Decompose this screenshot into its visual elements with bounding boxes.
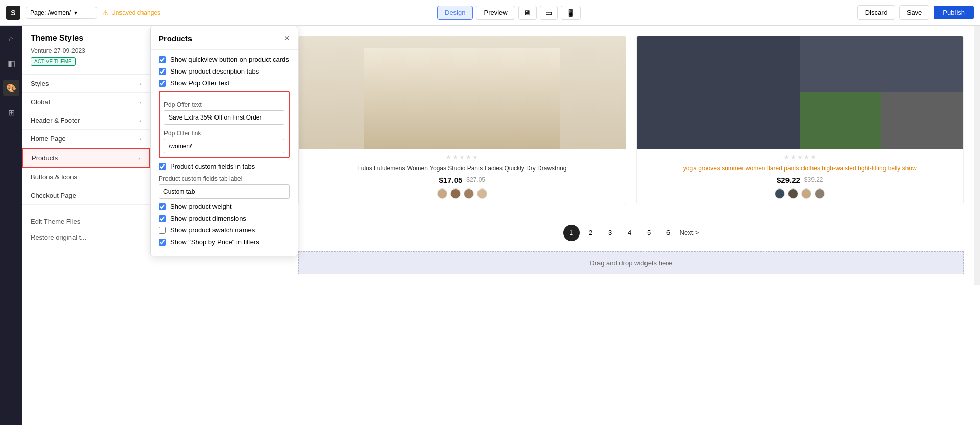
- swatch[interactable]: [437, 188, 447, 199]
- checkbox-dimensions-input[interactable]: [159, 215, 166, 222]
- page-4[interactable]: 4: [622, 225, 638, 241]
- sidebar-item-label: Buttons & Icons: [31, 173, 77, 181]
- swatch[interactable]: [815, 188, 825, 199]
- product-title-1: Lulus Lululemens Women Yogas Studio Pant…: [304, 164, 620, 173]
- checkbox-shop-by-price-input[interactable]: [159, 239, 166, 246]
- pdp-link-label: Pdp Offer link: [164, 130, 284, 137]
- sidebar-item-label: Home Page: [31, 135, 66, 143]
- popup-title: Products: [159, 34, 192, 43]
- warning-icon: ⚠: [102, 9, 109, 17]
- nav-divider: [22, 209, 150, 209]
- product-stars-2: ★ ★ ★ ★ ★: [642, 154, 959, 161]
- sidebar-item-styles[interactable]: Styles ›: [22, 75, 150, 93]
- icon-sidebar: ⌂ ◧ 🎨 ⊞: [0, 26, 22, 425]
- drag-drop-bar[interactable]: Drag and drop widgets here: [298, 251, 964, 274]
- product-sub-img-1: [800, 36, 963, 92]
- checkbox-weight-input[interactable]: [159, 203, 166, 210]
- page-selector-chevron: ▾: [74, 9, 77, 16]
- checkbox-desc-tabs-input[interactable]: [159, 68, 166, 75]
- page-5[interactable]: 5: [641, 225, 657, 241]
- page-selector[interactable]: Page: /women/ ▾: [26, 7, 97, 19]
- page-6[interactable]: 6: [660, 225, 677, 241]
- checkbox-pdp-offer-input[interactable]: [159, 80, 166, 87]
- checkbox-pdp-offer: Show Pdp Offer text: [159, 79, 290, 87]
- theme-name: Venture-27-09-2023: [31, 47, 141, 54]
- theme-header: Theme Styles Venture-27-09-2023 ACTIVE T…: [22, 26, 150, 75]
- products-grid: ★ ★ ★ ★ ★ Lulus Lululemens Women Yogas S…: [288, 26, 974, 215]
- products-right-inner: ★ ★ ★ ★ ★ Lulus Lululemens Women Yogas S…: [288, 26, 980, 285]
- swatch[interactable]: [775, 188, 785, 199]
- swatch[interactable]: [464, 188, 474, 199]
- topbar-actions: Discard Save Publish: [857, 5, 974, 20]
- custom-tab-input[interactable]: [159, 184, 290, 199]
- product-image-1: [299, 36, 626, 149]
- next-page-button[interactable]: Next >: [680, 229, 699, 237]
- paint-icon-btn[interactable]: 🎨: [3, 80, 19, 96]
- unsaved-changes: ⚠ Unsaved changes: [102, 9, 160, 17]
- checkbox-quickview-label: Show quickview button on product cards: [170, 56, 289, 63]
- popup-close-button[interactable]: ×: [284, 33, 290, 44]
- checkbox-swatch-names-input[interactable]: [159, 227, 166, 234]
- design-tab[interactable]: Design: [437, 6, 473, 20]
- sidebar-item-header-footer[interactable]: Header & Footer ›: [22, 111, 150, 130]
- product-sub-img-2: [800, 92, 963, 149]
- app-logo: S: [6, 6, 20, 20]
- restore-original-link[interactable]: Restore original t...: [22, 229, 150, 245]
- theme-sidebar: Theme Styles Venture-27-09-2023 ACTIVE T…: [22, 26, 150, 425]
- desktop-view-btn[interactable]: 🖥: [518, 6, 537, 20]
- checkbox-quickview-input[interactable]: [159, 56, 166, 63]
- price-original-2: $39.22: [804, 176, 823, 183]
- swatch[interactable]: [477, 188, 487, 199]
- swatch[interactable]: [801, 188, 811, 199]
- products-right-area: ★ ★ ★ ★ ★ Lulus Lululemens Women Yogas S…: [288, 26, 980, 285]
- main-area: ⌂ ◧ 🎨 ⊞ Theme Styles Venture-27-09-2023 …: [0, 26, 980, 425]
- mobile-view-btn[interactable]: 📱: [561, 6, 581, 20]
- grid-icon-btn[interactable]: ⊞: [3, 104, 19, 121]
- products-grid-area: ★ ★ ★ ★ ★ Lulus Lululemens Women Yogas S…: [288, 26, 974, 285]
- topbar: S Page: /women/ ▾ ⚠ Unsaved changes Desi…: [0, 0, 980, 26]
- sidebar-item-label: Header & Footer: [31, 116, 80, 124]
- page-1[interactable]: 1: [563, 225, 580, 241]
- checkbox-weight-label: Show product weight: [170, 203, 232, 210]
- chevron-right-icon: ›: [139, 136, 141, 142]
- product-title-2: yoga grooves summer women flared pants c…: [642, 164, 959, 173]
- pdp-link-input[interactable]: [164, 139, 284, 153]
- sidebar-item-products[interactable]: Products ›: [22, 148, 150, 168]
- swatch[interactable]: [450, 188, 461, 199]
- scrollbar[interactable]: [974, 26, 980, 285]
- pdp-offer-text-input[interactable]: [164, 110, 284, 125]
- publish-button[interactable]: Publish: [934, 6, 974, 19]
- checkbox-custom-fields-label: Product custom fields in tabs: [170, 162, 255, 170]
- sidebar-item-checkout[interactable]: Checkout Page: [22, 186, 150, 205]
- sidebar-item-label: Checkout Page: [31, 192, 76, 199]
- tablet-view-btn[interactable]: ▭: [540, 6, 558, 20]
- chevron-right-icon: ›: [139, 81, 141, 87]
- color-swatches-2: [642, 188, 959, 199]
- checkbox-custom-fields-input[interactable]: [159, 163, 166, 170]
- pagination: 1 2 3 4 5 6 Next >: [288, 215, 974, 251]
- pdp-offer-highlight-box: Pdp Offer text Pdp Offer link: [159, 91, 290, 158]
- custom-tab-label: Product custom fields tab label: [159, 175, 290, 182]
- sidebar-item-buttons-icons[interactable]: Buttons & Icons: [22, 168, 150, 186]
- sidebar-item-home-page[interactable]: Home Page ›: [22, 130, 150, 148]
- popup-header: Products ×: [151, 26, 298, 50]
- product-card-2[interactable]: ★ ★ ★ ★ ★ yoga grooves summer women flar…: [636, 36, 964, 204]
- discard-button[interactable]: Discard: [857, 5, 895, 20]
- product-main-img: [637, 36, 800, 149]
- swatch[interactable]: [788, 188, 798, 199]
- page-2[interactable]: 2: [583, 225, 599, 241]
- checkbox-shop-by-price: Show "Shop by Price" in filters: [159, 238, 290, 246]
- sidebar-item-label: Products: [32, 154, 58, 162]
- layers-icon-btn[interactable]: ◧: [3, 55, 19, 72]
- active-theme-badge: ACTIVE THEME: [31, 57, 76, 66]
- page-3[interactable]: 3: [602, 225, 618, 241]
- save-button[interactable]: Save: [899, 5, 930, 20]
- price-row-1: $17.05 $27.05: [304, 176, 620, 184]
- sidebar-item-global[interactable]: Global ›: [22, 93, 150, 111]
- color-swatches-1: [304, 188, 620, 199]
- home-icon-btn[interactable]: ⌂: [3, 31, 19, 47]
- edit-theme-files-link[interactable]: Edit Theme Files: [22, 214, 150, 229]
- preview-tab[interactable]: Preview: [476, 6, 515, 20]
- theme-title: Theme Styles: [31, 34, 141, 43]
- product-card-1[interactable]: ★ ★ ★ ★ ★ Lulus Lululemens Women Yogas S…: [298, 36, 626, 204]
